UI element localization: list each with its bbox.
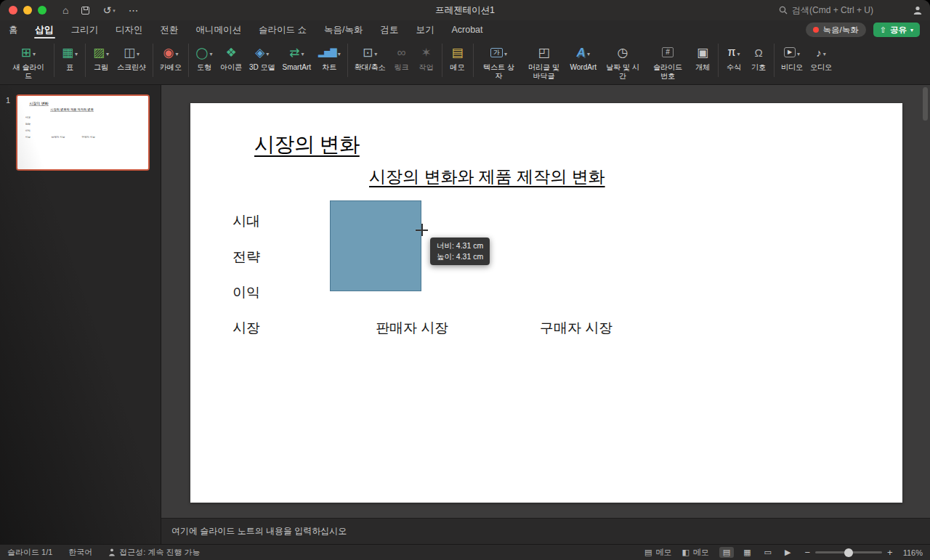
picture-icon (93, 46, 105, 59)
ribbon-item-video[interactable]: 비디오 (777, 42, 806, 73)
buyer-market-label[interactable]: 구매자 시장 (540, 319, 612, 338)
tab-transitions[interactable]: 전환 (159, 20, 180, 39)
ribbon-item-wordart[interactable]: WordArt (567, 42, 601, 73)
row-label-strategy[interactable]: 전략 (232, 248, 260, 267)
ribbon-tabs: 홈삽입그리기디자인전환애니메이션슬라이드 쇼녹음/녹화검토보기Acrobat (7, 20, 485, 39)
seller-market-label[interactable]: 판매자 시장 (376, 319, 448, 338)
tab-record[interactable]: 녹음/녹화 (323, 20, 364, 39)
ribbon-item-header-footer[interactable]: 머리글 및 바닥글 (522, 42, 567, 81)
fullscreen-button[interactable] (38, 6, 46, 15)
ribbon-item-symbol[interactable]: 기호 (746, 42, 771, 73)
slide-thumbnail[interactable]: 시장의 변화 시장의 변화와 제품 제작의 변화 시대 전략 이익 시장 판매자… (16, 94, 150, 171)
user-icon[interactable] (913, 5, 923, 15)
save-icon[interactable] (81, 7, 89, 15)
tab-animations[interactable]: 애니메이션 (195, 20, 243, 39)
tab-draw[interactable]: 그리기 (70, 20, 100, 39)
slideshow-button[interactable]: ▶ (781, 547, 794, 558)
ribbon-item-pictures[interactable]: 그림 (89, 42, 113, 73)
zoom-level[interactable]: 116% (903, 548, 923, 557)
zoom-slider-knob[interactable] (844, 548, 853, 557)
tab-review[interactable]: 검토 (379, 20, 400, 39)
slide-canvas[interactable]: 시장의 변화 시장의 변화와 제품 제작의 변화 시대 전략 이익 시장 판매자… (161, 85, 930, 518)
slides-pane[interactable]: 1 시장의 변화 시장의 변화와 제품 제작의 변화 시대 전략 이익 시장 판… (0, 85, 161, 544)
ribbon-item-label: 새 슬라이드 (9, 63, 47, 80)
notes-pane[interactable]: 여기에 슬라이드 노트의 내용을 입력하십시오 (161, 518, 930, 544)
ribbon-item-label: 3D 모델 (249, 63, 275, 72)
zoom-slider[interactable] (815, 551, 882, 553)
slide-number-icon (662, 47, 674, 57)
close-button[interactable] (9, 6, 17, 15)
share-icon: ⇧ (880, 25, 886, 35)
canvas-scrollbar[interactable] (923, 87, 928, 121)
rectangle-shape[interactable] (330, 200, 421, 291)
slide-sorter-view-button[interactable]: ▦ (740, 547, 754, 558)
ribbon-item-comment[interactable]: 메모 (445, 42, 470, 73)
share-button[interactable]: ⇧ 공유 ▾ (873, 23, 920, 37)
comments-icon: ◧ (682, 548, 689, 557)
normal-view-button[interactable]: ▤ (719, 547, 734, 558)
ribbon-item-shapes[interactable]: 도형 (192, 42, 217, 73)
accessibility-status[interactable]: 접근성: 계속 진행 가능 (108, 547, 200, 558)
language-indicator[interactable]: 한국어 (68, 547, 92, 558)
screenshot-icon (124, 46, 135, 59)
notes-toggle[interactable]: ▤ 메모 (644, 547, 671, 558)
ribbon-item-equation[interactable]: 수식 (721, 42, 746, 73)
ribbon-item-label: 수식 (727, 63, 741, 72)
undo-icon[interactable]: ↺▾ (102, 5, 115, 15)
ribbon-tab-bar: 홈삽입그리기디자인전환애니메이션슬라이드 쇼녹음/녹화검토보기Acrobat 녹… (0, 20, 930, 39)
chevron-down-icon: ▾ (113, 8, 116, 13)
tooltip-height: 높이: 4.31 cm (437, 251, 483, 262)
reading-view-button[interactable]: ▭ (761, 547, 775, 558)
tab-design[interactable]: 디자인 (114, 20, 145, 39)
slide[interactable]: 시장의 변화 시장의 변화와 제품 제작의 변화 시대 전략 이익 시장 판매자… (190, 103, 902, 503)
ribbon-item-3d-models[interactable]: 3D 모델 (246, 42, 279, 73)
row-label-market[interactable]: 시장 (232, 319, 260, 338)
ribbon-item-object[interactable]: 개체 (690, 42, 715, 73)
ribbon-item-screenshot[interactable]: 스크린샷 (113, 42, 150, 73)
ribbon-item-zoom[interactable]: 확대/축소 (351, 42, 389, 73)
audio-icon (816, 47, 822, 58)
comments-toggle[interactable]: ◧ 메모 (682, 547, 708, 558)
ribbon-item-date-time[interactable]: 날짜 및 시간 (600, 42, 645, 81)
ribbon-item-table[interactable]: 표 (57, 42, 82, 73)
tab-view[interactable]: 보기 (414, 20, 435, 39)
view-switcher: ▤ ▦ ▭ ▶ (719, 547, 795, 558)
home-icon[interactable]: ⌂ (62, 5, 68, 15)
row-label-era[interactable]: 시대 (232, 212, 260, 231)
ribbon-group-separator (85, 44, 86, 77)
ribbon-item-chart[interactable]: 차트 (315, 42, 344, 73)
tab-acrobat[interactable]: Acrobat (450, 20, 484, 39)
ribbon-item-new-slide[interactable]: 새 슬라이드 (6, 42, 51, 81)
text-box-icon (490, 48, 503, 57)
ribbon-item-action[interactable]: 작업 (414, 42, 439, 73)
more-options-icon[interactable]: ⋯ (129, 5, 139, 15)
icons-icon (225, 46, 236, 59)
slide-title[interactable]: 시장의 변화 (254, 131, 360, 158)
row-label-profit[interactable]: 이익 (232, 283, 260, 302)
tab-slide-show[interactable]: 슬라이드 쇼 (257, 20, 308, 39)
powerpoint-window: ⌂ ↺▾ ⋯ 프레젠테이션1 검색(Cmd + Ctrl + U) 홈삽입그리기… (0, 0, 930, 560)
status-right: ▤ 메모 ◧ 메모 ▤ ▦ ▭ ▶ − + 116% (644, 547, 923, 558)
slide-subtitle[interactable]: 시장의 변화와 제품 제작의 변화 (369, 166, 605, 188)
ribbon-item-audio[interactable]: 오디오 (806, 42, 836, 73)
chevron-down-icon (106, 46, 109, 59)
chevron-down-icon (823, 46, 826, 59)
record-button[interactable]: 녹음/녹화 (806, 23, 866, 37)
ribbon-item-cameo[interactable]: 카메오 (156, 42, 185, 73)
ribbon-item-label: 텍스트 상자 (480, 63, 518, 80)
zoom-out-button[interactable]: − (804, 547, 810, 558)
tab-insert[interactable]: 삽입 (34, 20, 55, 39)
ribbon-item-icons[interactable]: 아이콘 (217, 42, 246, 73)
ribbon-item-text-box[interactable]: 텍스트 상자 (477, 42, 522, 81)
tab-home[interactable]: 홈 (7, 20, 20, 39)
ribbon-item-link[interactable]: 링크 (389, 42, 414, 73)
minimize-button[interactable] (23, 6, 32, 15)
ribbon-item-smartart[interactable]: SmartArt (279, 42, 315, 73)
chevron-down-icon (175, 46, 178, 59)
zoom-in-button[interactable]: + (887, 547, 893, 558)
search-input[interactable]: 검색(Cmd + Ctrl + U) (779, 4, 873, 17)
thumb-slide-title: 시장의 변화 (29, 101, 49, 106)
zoom-icon (363, 46, 373, 59)
record-dot-icon (813, 27, 819, 33)
ribbon-item-slide-number[interactable]: 슬라이드 번호 (645, 42, 690, 81)
